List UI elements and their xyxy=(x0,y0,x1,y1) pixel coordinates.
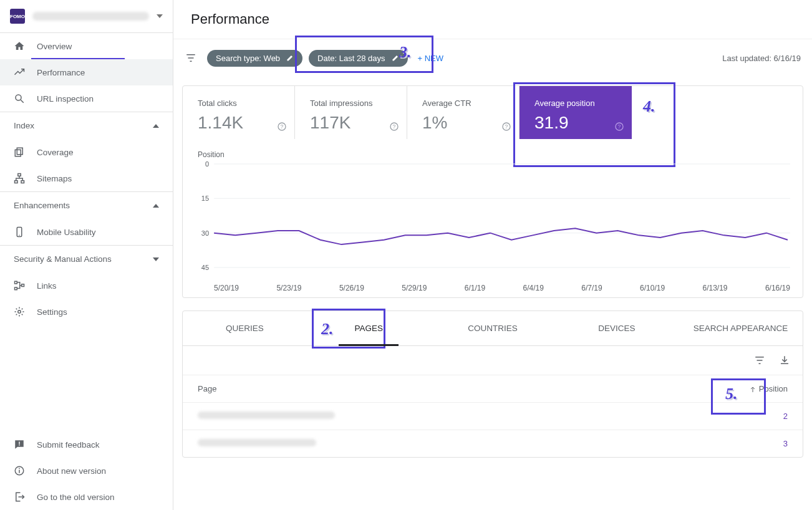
add-filter-button[interactable]: + NEW xyxy=(414,54,444,63)
sidebar-item-label: Overview xyxy=(37,42,72,51)
chart-x-axis: 5/20/195/23/195/26/195/29/196/1/196/4/19… xyxy=(189,280,790,292)
svg-rect-5 xyxy=(15,181,18,183)
sidebar-group-index[interactable]: Index xyxy=(0,112,173,139)
sidebar-item-about[interactable]: About new version xyxy=(0,458,173,484)
performance-card: 4. Total clicks 1.14K ? Total impression… xyxy=(182,85,803,298)
sidebar-item-label: Coverage xyxy=(37,148,74,157)
sidebar-section-main: 1. Overview Performance URL inspection xyxy=(0,32,173,112)
chevron-down-icon xyxy=(157,14,163,18)
sort-asc-icon xyxy=(749,386,756,393)
svg-rect-4 xyxy=(18,174,21,176)
sidebar-item-mobile-usability[interactable]: Mobile Usability xyxy=(0,219,173,245)
table-tabs: QUERIES PAGES COUNTRIES DEVICES SEARCH A… xyxy=(183,311,803,346)
chart-y-label: Position xyxy=(189,150,790,159)
tab-devices[interactable]: DEVICES xyxy=(554,311,679,345)
help-icon[interactable]: ? xyxy=(277,122,287,132)
svg-rect-6 xyxy=(21,181,24,183)
svg-rect-10 xyxy=(15,287,17,290)
metrics-row: Total clicks 1.14K ? Total impressions 1… xyxy=(183,86,803,139)
copy-icon xyxy=(13,146,26,158)
svg-rect-17 xyxy=(19,468,20,469)
tab-search-appearance[interactable]: SEARCH APPEARANCE xyxy=(679,311,803,345)
tab-queries[interactable]: QUERIES xyxy=(183,311,307,345)
sidebar-item-label: Submit feedback xyxy=(37,440,100,450)
home-icon xyxy=(13,40,26,52)
info-icon xyxy=(13,464,26,477)
sidebar-group-enhancements[interactable]: Enhancements xyxy=(0,192,173,219)
tab-pages[interactable]: PAGES xyxy=(307,311,431,345)
help-icon[interactable]: ? xyxy=(614,122,624,132)
chip-search-type[interactable]: Search type: Web xyxy=(207,50,302,67)
gear-icon xyxy=(13,306,26,318)
sidebar-item-label: Sitemaps xyxy=(37,174,72,183)
links-icon xyxy=(13,279,26,292)
col-header-page[interactable]: Page xyxy=(198,384,732,393)
sidebar: FOMO 1. Overview Performance URL inspect… xyxy=(0,0,173,510)
sidebar-item-label: Mobile Usability xyxy=(37,228,96,237)
svg-text:?: ? xyxy=(505,123,508,130)
page-title: Performance xyxy=(173,0,812,39)
chip-date-range[interactable]: Date: Last 28 days xyxy=(309,50,407,67)
sidebar-item-performance[interactable]: Performance xyxy=(0,59,173,85)
sidebar-item-label: Go to the old version xyxy=(37,493,115,502)
metric-position[interactable]: Average position 31.9 ? xyxy=(520,86,632,139)
sidebar-item-label: Settings xyxy=(37,307,67,317)
svg-point-12 xyxy=(18,310,21,314)
sidebar-item-url-inspection[interactable]: URL inspection xyxy=(0,85,173,112)
pencil-icon xyxy=(286,54,294,62)
download-icon[interactable] xyxy=(779,355,790,366)
metric-ctr[interactable]: Average CTR 1% ? xyxy=(407,86,520,139)
svg-line-1 xyxy=(21,100,24,103)
sidebar-item-label: URL inspection xyxy=(37,94,94,103)
position-value: 3 xyxy=(732,439,788,448)
tab-countries[interactable]: COUNTRIES xyxy=(431,311,555,345)
page-url-blurred xyxy=(198,411,335,419)
table-row[interactable]: 2 xyxy=(183,402,803,430)
position-chart[interactable]: 0153045 xyxy=(189,161,790,280)
filter-toolbar: 3. Search type: Web Date: Last 28 days +… xyxy=(173,39,812,77)
help-icon[interactable]: ? xyxy=(389,122,399,132)
exit-icon xyxy=(13,491,26,503)
phone-icon xyxy=(13,226,26,238)
svg-point-0 xyxy=(16,95,21,100)
filter-icon[interactable] xyxy=(754,355,765,366)
svg-text:?: ? xyxy=(393,123,396,130)
svg-text:45: 45 xyxy=(201,264,209,271)
table-header-row: Page Position xyxy=(183,375,803,402)
metric-impressions[interactable]: Total impressions 117K ? xyxy=(295,86,407,139)
table-actions xyxy=(183,346,803,375)
sidebar-group-security[interactable]: Security & Manual Actions xyxy=(0,246,173,272)
sidebar-item-sitemaps[interactable]: Sitemaps xyxy=(0,165,173,191)
sidebar-item-overview[interactable]: Overview xyxy=(0,33,173,59)
sidebar-item-links[interactable]: Links xyxy=(0,272,173,299)
svg-rect-9 xyxy=(15,281,17,284)
table-card: 2. 5. QUERIES PAGES COUNTRIES DEVICES SE… xyxy=(182,310,803,458)
sidebar-item-label: Links xyxy=(37,281,57,291)
svg-rect-13 xyxy=(19,442,20,445)
metric-clicks[interactable]: Total clicks 1.14K ? xyxy=(183,86,295,139)
filter-icon[interactable] xyxy=(181,48,201,68)
sitemap-icon xyxy=(13,172,26,185)
svg-text:0: 0 xyxy=(205,161,209,168)
svg-point-8 xyxy=(19,235,20,236)
svg-rect-14 xyxy=(19,445,20,446)
trending-up-icon xyxy=(13,66,26,79)
chevron-down-icon xyxy=(153,257,159,261)
help-icon[interactable]: ? xyxy=(501,122,511,132)
sidebar-item-feedback[interactable]: Submit feedback xyxy=(0,431,173,458)
position-value: 2 xyxy=(732,411,788,421)
sidebar-item-label: About new version xyxy=(37,466,106,476)
site-picker[interactable]: FOMO xyxy=(0,0,173,32)
svg-rect-16 xyxy=(19,470,20,473)
svg-text:30: 30 xyxy=(201,229,209,237)
site-url-blurred xyxy=(32,12,149,21)
svg-rect-2 xyxy=(17,148,22,155)
table-row[interactable]: 3 xyxy=(183,430,803,457)
col-header-position[interactable]: Position xyxy=(732,384,788,393)
sidebar-item-coverage[interactable]: Coverage xyxy=(0,139,173,165)
sidebar-item-settings[interactable]: Settings xyxy=(0,299,173,325)
feedback-icon xyxy=(13,438,26,451)
pencil-icon xyxy=(392,54,399,62)
svg-text:?: ? xyxy=(281,123,284,130)
sidebar-item-old-version[interactable]: Go to the old version xyxy=(0,484,173,510)
